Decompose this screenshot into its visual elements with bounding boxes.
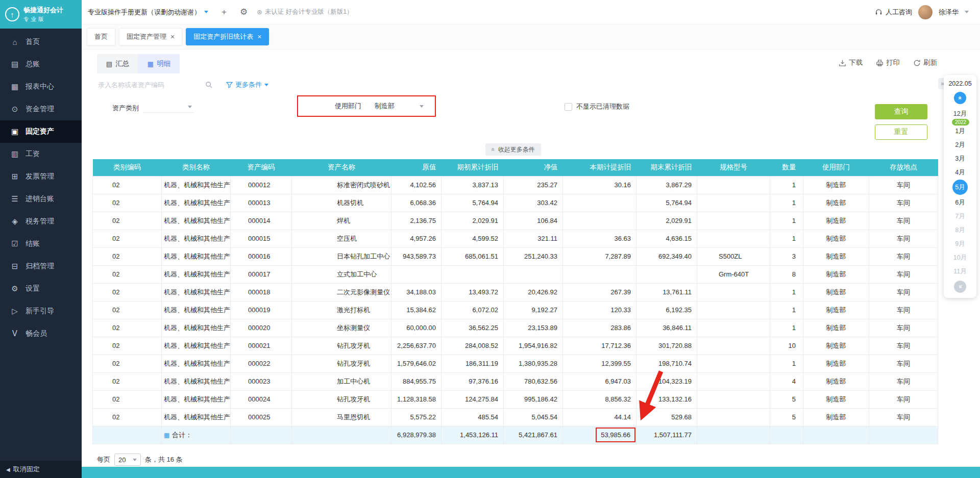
search-input[interactable] (98, 81, 200, 89)
table-row[interactable]: 02机器、机械和其他生产…000016日本钻孔加工中心943,589.73685… (93, 247, 938, 265)
table-row[interactable]: 02机器、机械和其他生产…000012标准密闭式喷砂机4,102.563,837… (93, 176, 938, 194)
month-3月[interactable]: 3月 (955, 153, 965, 164)
sidebar-item-trade-ledger[interactable]: ☰进销台账 (0, 188, 82, 210)
query-button[interactable]: 查询 (875, 104, 927, 119)
tab-2[interactable]: 固定资产折旧统计表× (186, 28, 269, 45)
table-row[interactable]: 02机器、机械和其他生产…000024钻孔攻牙机1,128,318.58124,… (93, 390, 938, 408)
tab-label: 固定资产折旧统计表 (193, 32, 253, 41)
table-row[interactable]: 02机器、机械和其他生产…000020坐标测量仪60,000.0036,562.… (93, 319, 938, 337)
table-row[interactable]: 02机器、机械和其他生产…000025马里恩切机5,575.22485.545,… (93, 408, 938, 426)
sidebar-item-archive[interactable]: ⊟归档管理 (0, 255, 82, 278)
table-cell: 17,712.36 (563, 337, 636, 355)
table-cell: 机器、机械和其他生产… (162, 265, 231, 283)
sidebar-item-funds[interactable]: ⊙资金管理 (0, 98, 82, 120)
table-row[interactable]: 02机器、机械和其他生产…000023加工中心机884,955.7597,376… (93, 372, 938, 390)
tab-1[interactable]: 固定资产管理× (119, 28, 182, 45)
sidebar-item-guide[interactable]: ▷新手引导 (0, 300, 82, 322)
add-button[interactable]: + (222, 7, 227, 17)
table-row[interactable]: 02机器、机械和其他生产…000022钻孔攻牙机1,579,646.02186,… (93, 355, 938, 372)
print-button[interactable]: 打印 (876, 58, 900, 67)
table-cell: 133,132.16 (636, 390, 697, 408)
table-cell: 制造部 (803, 265, 869, 283)
tab-0[interactable]: 首页 (87, 28, 115, 45)
month-6月[interactable]: 6月 (955, 197, 965, 208)
table-cell: 235.27 (504, 176, 563, 194)
view-tab-summary[interactable]: ▤汇总 (97, 54, 138, 73)
workspace-dropdown[interactable]: 专业版操作手册更新（误删勿动谢谢） (88, 8, 208, 17)
month-5月[interactable]: 5月 (952, 180, 968, 195)
table-row[interactable]: 02机器、机械和其他生产…000017立式加工中心Grm-640T8制造部车间 (93, 265, 938, 283)
table-cell: 机器、机械和其他生产… (162, 283, 231, 301)
sidebar-item-closing[interactable]: ☑结账 (0, 233, 82, 255)
table-cell (697, 337, 770, 355)
hide-cleaned-checkbox[interactable]: 不显示已清理数据 (565, 102, 629, 111)
collapse-conditions-button[interactable]: « 收起更多条件 (485, 143, 541, 156)
page-size-select[interactable]: 20 (114, 454, 141, 466)
month-4月[interactable]: 4月 (955, 167, 965, 178)
column-header: 净值 (504, 159, 563, 176)
more-conditions-link[interactable]: 更多条件 (226, 80, 268, 89)
table-cell: 车间 (869, 265, 938, 283)
table-row[interactable]: 02机器、机械和其他生产…000013机器切机6,068.365,764.943… (93, 194, 938, 212)
month-8月: 8月 (955, 224, 965, 236)
sidebar-item-invoice[interactable]: ⊞发票管理 (0, 165, 82, 188)
checkbox-icon[interactable] (565, 103, 572, 111)
refresh-button[interactable]: 刷新 (913, 58, 937, 67)
table-cell: 制造部 (803, 247, 869, 265)
table-row[interactable]: 02机器、机械和其他生产…000019激光打标机15,384.626,072.0… (93, 301, 938, 319)
sidebar-item-payroll[interactable]: ▥工资 (0, 143, 82, 165)
table-cell: 000013 (231, 194, 292, 212)
table-cell: 186,311.19 (442, 355, 504, 372)
table-body: 02机器、机械和其他生产…000012标准密闭式喷砂机4,102.563,837… (93, 176, 938, 426)
month-12月[interactable]: 12月 (953, 108, 967, 119)
sidebar-item-home[interactable]: ⌂首页 (0, 31, 82, 53)
avatar[interactable] (918, 5, 933, 19)
table-row[interactable]: 02机器、机械和其他生产…000014焊机2,136.752,029.91106… (93, 212, 938, 230)
table-cell (231, 426, 292, 444)
asset-category-select[interactable] (143, 102, 194, 113)
sidebar-item-asset[interactable]: ▣固定资产 (0, 120, 82, 143)
gear-icon[interactable]: ⚙ (240, 7, 248, 17)
per-page-label: 每页 (97, 455, 110, 464)
tab-bar: 首页固定资产管理×固定资产折旧统计表× (82, 24, 980, 49)
support-link[interactable]: 人工咨询 (875, 8, 912, 17)
sidebar-pin-toggle[interactable]: ◀ 取消固定 (0, 461, 82, 478)
table-cell: 1 (770, 283, 803, 301)
table-row[interactable]: 02机器、机械和其他生产…000015空压机4,957.264,599.5232… (93, 230, 938, 247)
table-cell: 制造部 (803, 337, 869, 355)
table-cell: 104,323.19 (636, 372, 697, 390)
reset-button[interactable]: 重置 (875, 124, 927, 140)
table-cell: 2,136.75 (391, 212, 442, 230)
scroll-up-button[interactable]: « (954, 92, 966, 104)
tab-close-icon[interactable]: × (257, 33, 261, 41)
sidebar-item-member[interactable]: Ⅴ畅会员 (0, 322, 82, 345)
department-label: 使用部门 (335, 102, 361, 111)
payroll-icon: ▥ (10, 149, 19, 159)
month-9月: 9月 (955, 238, 965, 249)
table-cell: 制造部 (803, 301, 869, 319)
department-select[interactable]: 制造部 (375, 102, 395, 111)
table-row[interactable]: 02机器、机械和其他生产…000018二次元影像测量仪34,188.0313,4… (93, 283, 938, 301)
month-1月[interactable]: 1月 (955, 125, 965, 137)
collapse-conditions-label: 收起更多条件 (498, 145, 535, 154)
tab-close-icon[interactable]: × (170, 33, 175, 41)
username[interactable]: 徐泽华 (939, 8, 959, 17)
sidebar-item-report[interactable]: ▦报表中心 (0, 76, 82, 98)
report-icon: ▦ (10, 82, 19, 91)
table-cell: 30.16 (563, 176, 636, 194)
download-button[interactable]: 下载 (839, 58, 863, 67)
table-cell: 5 (770, 390, 803, 408)
member-icon: Ⅴ (10, 329, 19, 338)
table-cell: 000015 (231, 230, 292, 247)
view-tab-detail[interactable]: ▦明细 (138, 54, 180, 73)
sidebar-item-ledger[interactable]: ▤总账 (0, 53, 82, 76)
table-cell: 000024 (231, 390, 292, 408)
table-cell: 5,764.94 (636, 194, 697, 212)
table-row[interactable]: 02机器、机械和其他生产…000021钻孔攻牙机2,256,637.70284,… (93, 337, 938, 355)
sidebar-item-settings[interactable]: ⚙设置 (0, 278, 82, 300)
sidebar-item-tax[interactable]: ◈税务管理 (0, 210, 82, 233)
search-icon[interactable] (205, 81, 213, 89)
month-2月[interactable]: 2月 (955, 139, 965, 150)
scroll-down-button[interactable]: « (954, 281, 966, 293)
table-cell: 1 (770, 355, 803, 372)
